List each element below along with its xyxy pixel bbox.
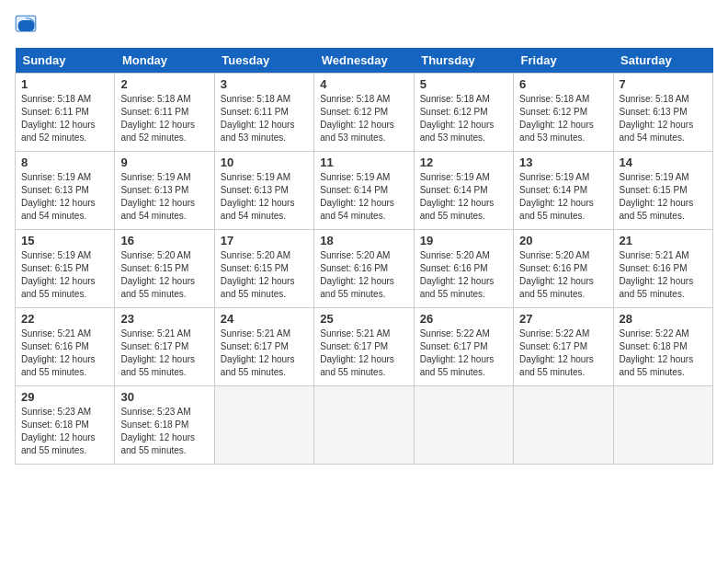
logo [15,15,40,37]
daylight-minutes: and 55 minutes. [21,367,86,377]
calendar-cell: 18 Sunrise: 5:20 AM Sunset: 6:16 PM Dayl… [314,230,414,308]
sunrise-label: Sunrise: 5:21 AM [21,328,91,339]
calendar-cell [314,386,414,465]
daylight-minutes: and 55 minutes. [320,289,385,299]
daylight-minutes: and 55 minutes. [620,367,685,377]
day-info: Sunrise: 5:19 AM Sunset: 6:13 PM Dayligh… [21,171,108,223]
day-info: Sunrise: 5:19 AM Sunset: 6:14 PM Dayligh… [320,171,407,223]
daylight-minutes: and 55 minutes. [21,445,86,455]
day-info: Sunrise: 5:20 AM Sunset: 6:15 PM Dayligh… [221,249,308,301]
sunrise-label: Sunrise: 5:23 AM [120,407,190,417]
day-info: Sunrise: 5:23 AM Sunset: 6:18 PM Dayligh… [120,406,208,457]
sunset-label: Sunset: 6:13 PM [21,185,89,195]
daylight-minutes: and 53 minutes. [221,132,286,143]
daylight-label: Daylight: 12 hours [519,354,594,364]
calendar-cell: 13 Sunrise: 5:19 AM Sunset: 6:14 PM Dayl… [514,152,613,230]
sunset-label: Sunset: 6:15 PM [120,263,188,273]
sunrise-label: Sunrise: 5:22 AM [620,328,689,339]
daylight-label: Daylight: 12 hours [320,276,394,286]
day-info: Sunrise: 5:18 AM Sunset: 6:11 PM Dayligh… [221,93,308,144]
day-info: Sunrise: 5:20 AM Sunset: 6:16 PM Dayligh… [320,249,407,301]
day-info: Sunrise: 5:18 AM Sunset: 6:13 PM Dayligh… [620,93,707,144]
sunset-label: Sunset: 6:14 PM [320,185,388,195]
calendar-cell: 25 Sunrise: 5:21 AM Sunset: 6:17 PM Dayl… [314,308,414,386]
day-header-thursday: Thursday [414,48,513,74]
daylight-label: Daylight: 12 hours [21,432,96,442]
daylight-label: Daylight: 12 hours [420,120,495,130]
daylight-minutes: and 55 minutes. [620,211,685,221]
daylight-minutes: and 55 minutes. [519,289,585,299]
sunset-label: Sunset: 6:15 PM [620,185,688,195]
week-row-1: 1 Sunrise: 5:18 AM Sunset: 6:11 PM Dayli… [16,74,713,152]
sunset-label: Sunset: 6:17 PM [320,341,388,351]
day-header-sunday: Sunday [16,48,115,74]
calendar-cell: 20 Sunrise: 5:20 AM Sunset: 6:16 PM Dayl… [514,230,613,308]
day-number: 27 [519,312,607,326]
day-info: Sunrise: 5:20 AM Sunset: 6:15 PM Dayligh… [120,249,208,301]
daylight-minutes: and 55 minutes. [120,367,186,377]
sunset-label: Sunset: 6:14 PM [519,185,587,195]
day-number: 17 [221,234,308,247]
calendar-cell: 3 Sunrise: 5:18 AM Sunset: 6:11 PM Dayli… [214,74,313,152]
sunset-label: Sunset: 6:16 PM [320,263,388,273]
daylight-label: Daylight: 12 hours [221,120,295,130]
sunrise-label: Sunrise: 5:18 AM [320,94,390,104]
sunset-label: Sunset: 6:16 PM [620,263,688,273]
sunrise-label: Sunrise: 5:20 AM [519,250,589,260]
logo-icon [15,15,37,37]
day-info: Sunrise: 5:21 AM Sunset: 6:17 PM Dayligh… [320,327,407,379]
day-number: 3 [221,77,308,91]
sunrise-label: Sunrise: 5:19 AM [420,172,490,182]
sunset-label: Sunset: 6:11 PM [120,107,188,117]
sunrise-label: Sunrise: 5:20 AM [420,250,490,260]
day-number: 12 [420,155,507,169]
calendar-cell: 27 Sunrise: 5:22 AM Sunset: 6:17 PM Dayl… [514,308,613,386]
calendar-cell: 28 Sunrise: 5:22 AM Sunset: 6:18 PM Dayl… [613,308,712,386]
sunrise-label: Sunrise: 5:20 AM [221,250,290,260]
week-row-2: 8 Sunrise: 5:19 AM Sunset: 6:13 PM Dayli… [16,152,713,230]
daylight-label: Daylight: 12 hours [21,198,96,208]
calendar-cell: 16 Sunrise: 5:20 AM Sunset: 6:15 PM Dayl… [115,230,214,308]
sunset-label: Sunset: 6:17 PM [120,341,188,351]
day-info: Sunrise: 5:19 AM Sunset: 6:15 PM Dayligh… [21,249,108,301]
day-info: Sunrise: 5:18 AM Sunset: 6:12 PM Dayligh… [519,93,607,144]
day-info: Sunrise: 5:19 AM Sunset: 6:13 PM Dayligh… [120,171,208,223]
page-header [15,15,713,37]
sunset-label: Sunset: 6:14 PM [420,185,488,195]
daylight-label: Daylight: 12 hours [620,198,694,208]
daylight-label: Daylight: 12 hours [519,276,594,286]
daylight-label: Daylight: 12 hours [420,198,495,208]
sunrise-label: Sunrise: 5:19 AM [21,250,91,260]
daylight-label: Daylight: 12 hours [519,120,594,130]
sunrise-label: Sunrise: 5:18 AM [221,94,290,104]
daylight-label: Daylight: 12 hours [21,120,96,130]
calendar-cell [414,386,513,465]
day-info: Sunrise: 5:22 AM Sunset: 6:18 PM Dayligh… [620,327,707,379]
sunrise-label: Sunrise: 5:19 AM [519,172,589,182]
week-row-4: 22 Sunrise: 5:21 AM Sunset: 6:16 PM Dayl… [16,308,713,386]
sunrise-label: Sunrise: 5:18 AM [120,94,190,104]
daylight-label: Daylight: 12 hours [120,432,195,442]
calendar-cell: 2 Sunrise: 5:18 AM Sunset: 6:11 PM Dayli… [115,74,214,152]
day-number: 15 [21,234,108,247]
daylight-minutes: and 52 minutes. [21,132,86,143]
calendar-cell: 21 Sunrise: 5:21 AM Sunset: 6:16 PM Dayl… [613,230,712,308]
week-row-5: 29 Sunrise: 5:23 AM Sunset: 6:18 PM Dayl… [16,386,713,465]
daylight-minutes: and 53 minutes. [519,132,585,143]
daylight-label: Daylight: 12 hours [620,354,694,364]
day-number: 4 [320,77,407,91]
daylight-label: Daylight: 12 hours [120,120,195,130]
sunset-label: Sunset: 6:12 PM [519,107,587,117]
calendar-table: SundayMondayTuesdayWednesdayThursdayFrid… [15,48,713,465]
sunrise-label: Sunrise: 5:21 AM [320,328,390,339]
calendar-cell: 24 Sunrise: 5:21 AM Sunset: 6:17 PM Dayl… [214,308,313,386]
calendar-cell: 22 Sunrise: 5:21 AM Sunset: 6:16 PM Dayl… [16,308,115,386]
day-info: Sunrise: 5:18 AM Sunset: 6:12 PM Dayligh… [320,93,407,144]
day-info: Sunrise: 5:19 AM Sunset: 6:15 PM Dayligh… [620,171,707,223]
calendar-cell: 15 Sunrise: 5:19 AM Sunset: 6:15 PM Dayl… [16,230,115,308]
day-number: 23 [120,312,208,326]
sunrise-label: Sunrise: 5:20 AM [320,250,390,260]
calendar-cell: 10 Sunrise: 5:19 AM Sunset: 6:13 PM Dayl… [214,152,313,230]
daylight-minutes: and 54 minutes. [21,211,86,221]
day-number: 8 [21,155,108,169]
